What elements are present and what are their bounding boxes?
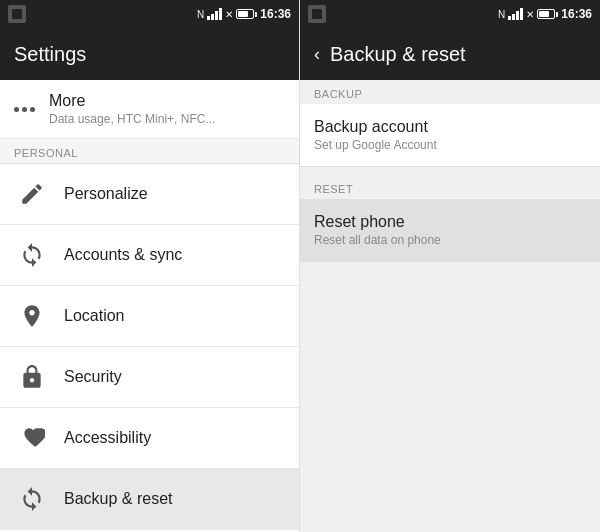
personalize-item-text: Personalize [64,185,148,203]
right-panel: N ✕ 16:36 ‹ Backup & reset BACKUP Backup… [300,0,600,532]
reset-phone-subtitle: Reset all data on phone [314,233,586,247]
status-bar-right: N ✕ 16:36 [197,7,291,21]
security-item-title: Security [64,368,122,386]
sidebar-item-accessibility[interactable]: Accessibility [0,408,299,469]
security-icon [14,359,50,395]
left-clock: 16:36 [260,7,291,21]
nfc-icon: N [197,9,204,20]
backup-reset-item-title: Backup & reset [64,490,173,508]
section-gap [300,167,600,175]
backup-reset-icon [14,481,50,517]
more-item-title: More [49,92,215,110]
accessibility-item-text: Accessibility [64,429,151,447]
accounts-sync-item-text: Accounts & sync [64,246,182,264]
right-status-bar: N ✕ 16:36 [300,0,600,28]
accounts-sync-icon [14,237,50,273]
battery-icon [236,9,257,19]
personal-section-header: PERSONAL [0,139,299,164]
sidebar-item-security[interactable]: Security [0,347,299,408]
wifi-icon: ✕ [225,9,233,20]
backup-account-subtitle: Set up Google Account [314,138,586,152]
signal-icon [207,8,222,20]
backup-account-title: Backup account [314,118,586,136]
reset-phone-title: Reset phone [314,213,586,231]
accounts-sync-item-title: Accounts & sync [64,246,182,264]
accessibility-item-title: Accessibility [64,429,151,447]
personalize-icon [14,176,50,212]
security-item-text: Security [64,368,122,386]
settings-list: More Data usage, HTC Mini+, NFC... PERSO… [0,80,299,532]
status-bar-left [8,5,26,23]
location-icon [14,298,50,334]
right-signal-icon [508,8,523,20]
back-button[interactable]: ‹ [314,44,320,65]
sidebar-item-accounts-sync[interactable]: Accounts & sync [0,225,299,286]
right-toolbar: ‹ Backup & reset [300,28,600,80]
more-dots-icon [14,107,35,112]
right-battery-icon [537,9,558,19]
right-nfc-icon: N [498,9,505,20]
right-wifi-icon: ✕ [526,9,534,20]
location-item-title: Location [64,307,125,325]
sidebar-item-backup-reset[interactable]: Backup & reset [0,469,299,530]
personalize-item-title: Personalize [64,185,148,203]
backup-reset-item-text: Backup & reset [64,490,173,508]
left-status-bar: N ✕ 16:36 [0,0,299,28]
sidebar-item-personalize[interactable]: Personalize [0,164,299,225]
right-toolbar-title: Backup & reset [330,43,466,66]
more-item-subtitle: Data usage, HTC Mini+, NFC... [49,112,215,126]
right-status-bar-right: N ✕ 16:36 [498,7,592,21]
right-clock: 16:36 [561,7,592,21]
backup-account-item[interactable]: Backup account Set up Google Account [300,104,600,167]
accessibility-icon [14,420,50,456]
backup-section-header: BACKUP [300,80,600,104]
left-toolbar: Settings [0,28,299,80]
left-panel: N ✕ 16:36 Settings [0,0,300,532]
location-item-text: Location [64,307,125,325]
reset-phone-item[interactable]: Reset phone Reset all data on phone [300,199,600,262]
sidebar-item-location[interactable]: Location [0,286,299,347]
more-item-text: More Data usage, HTC Mini+, NFC... [49,92,215,126]
right-status-bar-left [308,5,326,23]
more-item[interactable]: More Data usage, HTC Mini+, NFC... [0,80,299,139]
left-toolbar-title: Settings [14,43,86,66]
reset-section-header: RESET [300,175,600,199]
